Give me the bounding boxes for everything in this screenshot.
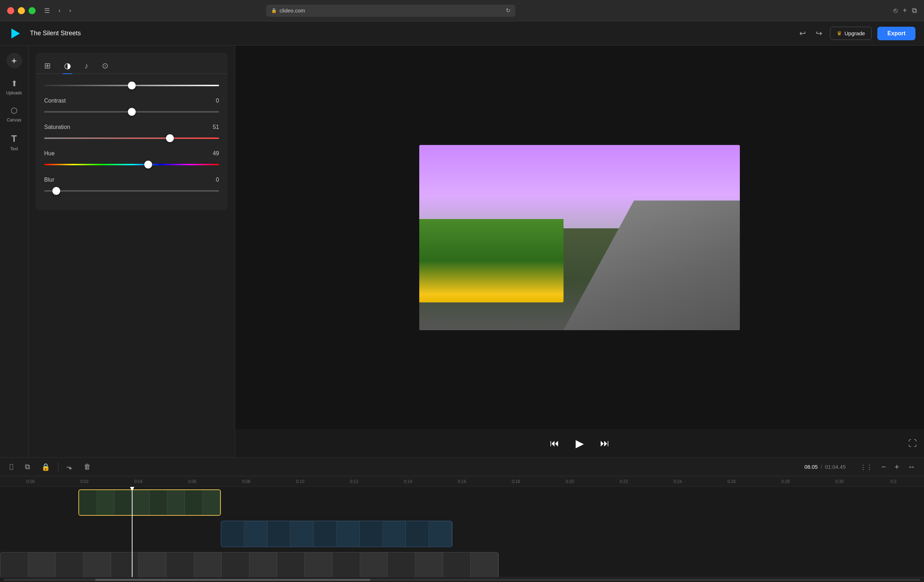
panel-content: Contrast 0 Saturation 51 — [36, 74, 228, 210]
minimize-button[interactable] — [18, 7, 25, 14]
saturation-row: Saturation 51 — [44, 124, 219, 140]
brightness-row — [44, 81, 219, 87]
ruler-tick-8: 0:16 — [435, 479, 489, 484]
blur-slider[interactable] — [44, 190, 219, 191]
delete-icon: 🗑 — [84, 463, 91, 470]
contrast-value: 0 — [216, 97, 219, 104]
zoom-controls: ⋮⋮ − + ↔ — [857, 461, 918, 473]
lock-icon: 🔒 — [271, 8, 277, 13]
clip-1-inner — [79, 490, 220, 515]
timeline-zoom-out-button[interactable]: − — [878, 461, 889, 473]
undo-button[interactable]: ↩ — [797, 27, 808, 40]
scrollbar-thumb[interactable] — [95, 579, 370, 581]
ruler-tick-10: 0:20 — [543, 479, 597, 484]
hedge-area — [419, 219, 564, 302]
time-separator: / — [821, 464, 822, 470]
maximize-button[interactable] — [28, 7, 36, 14]
browser-controls: ☰ ‹ › — [41, 5, 74, 16]
fullscreen-button[interactable]: ⛶ — [908, 439, 917, 448]
blur-row: Blur 0 — [44, 176, 219, 193]
crown-icon: ♛ — [837, 30, 842, 37]
clip-3[interactable] — [0, 552, 499, 577]
contrast-slider[interactable] — [44, 111, 219, 112]
panel-inner: ⊞ ◑ ♪ ⊙ — [36, 53, 228, 210]
lock-tool-button[interactable]: 🔒 — [38, 460, 54, 473]
time-display: 08.05 / 01:04.45 — [804, 464, 846, 470]
left-sidebar: + ⬆ Uploads ⬡ Canvas T Text — [0, 46, 28, 457]
new-tab-icon[interactable]: + — [903, 7, 907, 15]
browser-actions: ⎋ + ⧉ — [893, 7, 917, 15]
sidebar-toggle[interactable]: ☰ — [41, 5, 53, 16]
hue-value: 49 — [213, 150, 219, 157]
hue-slider[interactable] — [44, 164, 219, 165]
text-label: Text — [10, 147, 18, 152]
uploads-icon: ⬆ — [11, 79, 17, 88]
lock-icon: 🔒 — [41, 463, 50, 471]
skip-back-button[interactable]: ⏮ — [547, 435, 562, 452]
ruler-tick-5: 0:10 — [273, 479, 327, 484]
saturation-slider[interactable] — [44, 137, 219, 139]
forward-button[interactable]: › — [66, 5, 74, 16]
tab-crop[interactable]: ⊞ — [43, 58, 52, 73]
video-image — [419, 145, 740, 330]
preview-controls: ⏮ ▶ ⏭ ⛶ — [235, 429, 924, 457]
tabs-icon[interactable]: ⧉ — [912, 7, 917, 15]
address-bar[interactable]: 🔒 clideo.com ↻ — [266, 5, 515, 17]
tab-audio[interactable]: ♪ — [83, 58, 90, 73]
timeline-zoom-fit-button[interactable]: ⋮⋮ — [857, 461, 876, 473]
uploads-label: Uploads — [6, 91, 22, 96]
canvas-icon: ⬡ — [11, 106, 17, 115]
clip-2[interactable] — [221, 521, 452, 547]
timeline-zoom-in-button[interactable]: + — [892, 461, 902, 473]
speed-tab-icon: ⊙ — [102, 61, 108, 70]
share-icon[interactable]: ⎋ — [893, 7, 898, 15]
sidebar-item-text[interactable]: T Text — [2, 130, 27, 155]
redo-button[interactable]: ↪ — [813, 27, 824, 40]
logo-icon — [12, 28, 20, 38]
sidebar-item-canvas[interactable]: ⬡ Canvas — [2, 102, 27, 126]
close-button[interactable] — [7, 7, 14, 14]
skip-forward-button[interactable]: ⏭ — [597, 435, 612, 452]
hue-label: Hue — [44, 150, 54, 157]
saturation-value: 51 — [213, 124, 219, 130]
tab-speed[interactable]: ⊙ — [101, 58, 110, 73]
brightness-slider[interactable] — [44, 85, 219, 86]
skip-forward-icon: ⏭ — [600, 438, 609, 448]
clip-1[interactable] — [78, 490, 221, 516]
ruler-tick-7: 0:14 — [381, 479, 435, 484]
duplicate-tool-button[interactable]: ⧉ — [21, 460, 33, 473]
timeline-fit-button[interactable]: ↔ — [905, 461, 918, 473]
timeline-toolbar: ⌷ ⧉ 🔒 ⬎ 🗑 08.05 / 01:04.45 ⋮⋮ — [0, 458, 924, 476]
tab-adjust[interactable]: ◑ — [63, 58, 72, 73]
timeline-area: ⌷ ⧉ 🔒 ⬎ 🗑 08.05 / 01:04.45 ⋮⋮ — [0, 457, 924, 582]
ruler-tick-12: 0:24 — [651, 479, 705, 484]
reload-icon[interactable]: ↻ — [506, 7, 510, 14]
fit-icon: ↔ — [908, 462, 916, 471]
duplicate-icon: ⧉ — [25, 463, 30, 470]
upgrade-button[interactable]: ♛ Upgrade — [830, 27, 872, 40]
ruler-tick-2: 0:04 — [112, 479, 165, 484]
ruler-tick-0: 0:00 — [3, 479, 57, 484]
sidebar-item-uploads[interactable]: ⬆ Uploads — [2, 76, 27, 99]
export-button[interactable]: Export — [877, 27, 916, 40]
blur-label: Blur — [44, 176, 54, 183]
canvas-label: Canvas — [7, 117, 21, 122]
playhead[interactable] — [132, 487, 132, 577]
ruler-tick-13: 0:26 — [705, 479, 758, 484]
detach-audio-button[interactable]: ⬎ — [63, 460, 76, 473]
app-title: The Silent Streets — [30, 30, 81, 37]
delete-tool-button[interactable]: 🗑 — [80, 460, 94, 473]
timeline-ruler: 0:00 0:02 0:04 0:06 0:08 0:10 0:12 0:14 … — [0, 476, 924, 487]
play-button[interactable]: ▶ — [573, 434, 587, 452]
ruler-tick-3: 0:06 — [165, 479, 219, 484]
add-button[interactable]: + — [7, 53, 22, 68]
back-button[interactable]: ‹ — [56, 5, 63, 16]
ruler-tick-4: 0:08 — [219, 479, 273, 484]
app-logo — [8, 26, 23, 41]
total-time: 01:04.45 — [825, 464, 846, 470]
scrollbar-track[interactable] — [3, 579, 921, 581]
ruler-tick-16: 0:3 — [867, 479, 921, 484]
video-preview: ⏮ ▶ ⏭ ⛶ — [235, 46, 924, 457]
split-tool-button[interactable]: ⌷ — [6, 460, 17, 473]
upgrade-label: Upgrade — [845, 30, 865, 36]
